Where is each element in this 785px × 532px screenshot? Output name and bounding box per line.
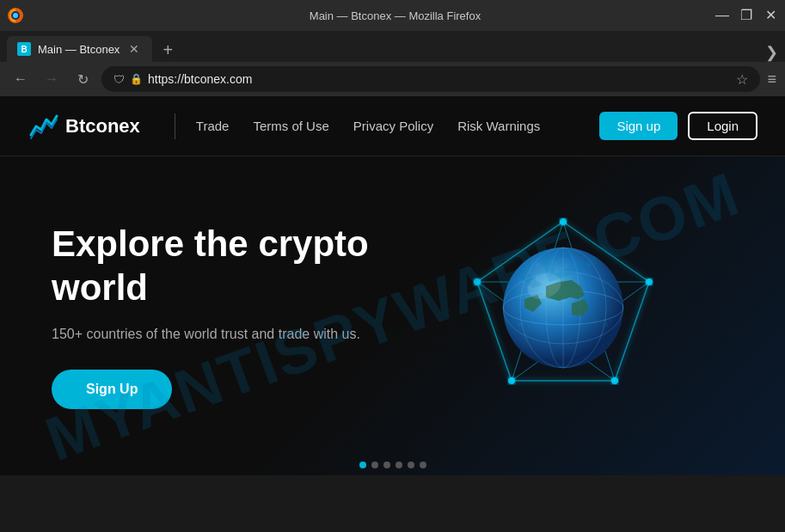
svg-point-16 — [474, 278, 481, 285]
title-bar-title: Main — Btconex — Mozilla Firefox — [76, 9, 714, 22]
tabs-overflow-button[interactable]: ❯ — [765, 43, 778, 62]
svg-point-12 — [560, 218, 567, 225]
address-bar: ← → ↻ 🛡 🔒 https://btconex.com ☆ ≡ — [0, 62, 785, 96]
forward-button[interactable]: → — [40, 67, 64, 91]
firefox-icon — [7, 7, 24, 24]
minimize-button[interactable]: — — [714, 8, 730, 23]
nav-link-risk[interactable]: Risk Warnings — [457, 119, 540, 133]
dot-4[interactable] — [396, 462, 402, 468]
dot-2[interactable] — [371, 462, 378, 468]
nav-link-terms[interactable]: Terms of Use — [253, 119, 328, 133]
hero-section: MYANTISPYWARE.COM Explore the crypto wor… — [0, 156, 785, 475]
title-bar-left — [7, 7, 24, 24]
globe-container — [443, 196, 684, 437]
shield-icon: 🛡 — [113, 73, 125, 86]
tab-title: Main — Btconex — [38, 43, 120, 56]
close-button[interactable]: ✕ — [763, 8, 778, 23]
logo-area: Btconex — [28, 111, 140, 142]
nav-links: Trade Terms of Use Privacy Policy Risk W… — [196, 119, 600, 133]
active-tab[interactable]: B Main — Btconex ✕ — [7, 36, 152, 62]
svg-point-15 — [508, 377, 515, 384]
nav-link-privacy[interactable]: Privacy Policy — [353, 119, 433, 133]
nav-login-button[interactable]: Login — [688, 112, 757, 140]
logo-icon — [28, 111, 58, 142]
dot-6[interactable] — [420, 462, 426, 468]
hero-signup-button[interactable]: Sign Up — [52, 370, 172, 409]
globe-svg — [443, 196, 684, 437]
hero-subtitle: 150+ countries of the world trust and tr… — [52, 327, 393, 342]
window-controls: — ❐ ✕ — [714, 8, 778, 23]
maximize-button[interactable]: ❐ — [739, 8, 754, 23]
svg-point-14 — [611, 377, 618, 384]
nav-link-trade[interactable]: Trade — [196, 119, 230, 133]
svg-point-2 — [13, 13, 18, 18]
back-button[interactable]: ← — [9, 67, 33, 91]
dot-5[interactable] — [408, 462, 414, 468]
browser-window: Main — Btconex — Mozilla Firefox — ❐ ✕ B… — [0, 0, 785, 475]
logo-text: Btconex — [65, 115, 140, 138]
tab-bar: B Main — Btconex ✕ + ❯ — [0, 31, 785, 62]
dot-1[interactable] — [359, 462, 366, 468]
website-content: Btconex Trade Terms of Use Privacy Polic… — [0, 96, 785, 475]
address-input-wrap[interactable]: 🛡 🔒 https://btconex.com ☆ — [101, 66, 760, 92]
new-tab-button[interactable]: + — [156, 38, 180, 62]
bookmark-button[interactable]: ☆ — [736, 71, 748, 88]
dot-3[interactable] — [383, 462, 390, 468]
tab-close-button[interactable]: ✕ — [126, 41, 142, 57]
site-nav: Btconex Trade Terms of Use Privacy Polic… — [0, 96, 785, 156]
title-bar: Main — Btconex — Mozilla Firefox — ❐ ✕ — [0, 0, 785, 31]
tab-favicon: B — [17, 42, 31, 56]
browser-menu-button[interactable]: ≡ — [767, 70, 776, 89]
svg-point-13 — [646, 278, 653, 285]
dots-indicator — [359, 462, 426, 468]
url-text: https://btconex.com — [148, 72, 731, 86]
reload-button[interactable]: ↻ — [71, 67, 95, 91]
lock-icon: 🔒 — [130, 73, 143, 85]
hero-visual — [393, 196, 734, 437]
hero-content: Explore the crypto world 150+ countries … — [52, 223, 393, 409]
svg-text:B: B — [21, 45, 27, 54]
nav-actions: Sign up Login — [599, 112, 757, 140]
hero-title: Explore the crypto world — [52, 223, 393, 309]
nav-signup-button[interactable]: Sign up — [599, 112, 678, 140]
nav-divider — [175, 113, 175, 139]
